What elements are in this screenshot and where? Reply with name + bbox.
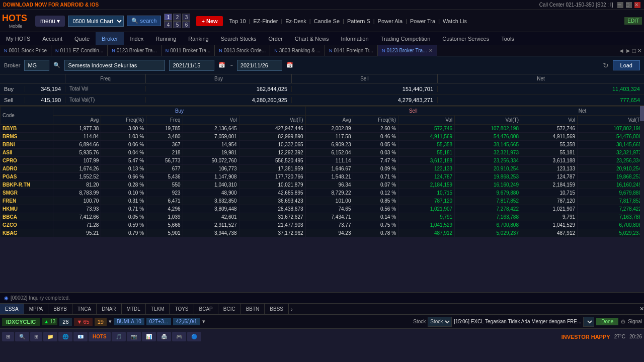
- cell-code[interactable]: GZCO: [1, 221, 53, 229]
- app5-btn[interactable]: 🔵: [187, 332, 201, 341]
- minimize-icon[interactable]: ─: [617, 2, 623, 8]
- nav-my-hots[interactable]: My HOTS: [0, 32, 36, 45]
- file-explorer-btn[interactable]: 📁: [43, 332, 57, 341]
- new-button[interactable]: + New: [196, 16, 222, 26]
- nav-information[interactable]: Information: [335, 32, 375, 45]
- top-link-watchlis[interactable]: Watch Lis: [441, 18, 468, 24]
- app3-btn[interactable]: 🖨️: [157, 332, 171, 341]
- chart-select[interactable]: 0500 Multi Chart: [68, 16, 124, 27]
- broker-code-input[interactable]: [24, 60, 49, 71]
- tab-0123-broker-tra-1[interactable]: N 0123 Broker Tra...: [108, 45, 162, 56]
- ticker-bbtn[interactable]: BBTN: [241, 304, 265, 315]
- tab-num-2[interactable]: 2: [173, 14, 181, 21]
- tab-0011-broker-tra[interactable]: N 0011 Broker Tra...: [162, 45, 215, 56]
- cell-code[interactable]: BBYB: [1, 125, 53, 133]
- search-icon[interactable]: 🔍: [53, 62, 60, 68]
- ticker-bbyb[interactable]: BBYB: [48, 304, 72, 315]
- tab-0001-stock-price[interactable]: N 0001 Stock Price: [0, 45, 51, 56]
- tab-0141-foreign-tr[interactable]: N 0141 Foreign Tr...: [325, 45, 378, 56]
- tab-0111-ez-condition[interactable]: N 0111 EZ Conditin...: [51, 45, 108, 56]
- ticker-bbss[interactable]: BBSS: [265, 304, 289, 315]
- menu-button[interactable]: menu ▾: [35, 16, 65, 27]
- nav-search-stocks[interactable]: Search Stocks: [215, 32, 263, 45]
- email-btn[interactable]: 📧: [73, 332, 88, 341]
- tab-close-all-icon[interactable]: ✕: [637, 47, 642, 54]
- ticker-mtdl[interactable]: MTDL: [122, 304, 146, 315]
- nav-index[interactable]: Index: [124, 32, 149, 45]
- top-link-ezdesk[interactable]: Ez-Desk: [284, 18, 308, 24]
- search-button[interactable]: 🔍 search: [127, 16, 161, 26]
- order-code[interactable]: IDXCYCLIC: [2, 318, 40, 326]
- app4-btn[interactable]: 🎮: [172, 332, 186, 341]
- hots-btn[interactable]: HOTS: [89, 332, 111, 341]
- tab-prev-arrow[interactable]: ◄: [618, 47, 624, 54]
- date-from-input[interactable]: [169, 60, 214, 71]
- search-taskbar-btn[interactable]: 🔍: [15, 332, 29, 341]
- tab-close-icon[interactable]: ✕: [429, 48, 433, 53]
- settings-icon[interactable]: ⚙: [620, 318, 626, 325]
- tab-num-6[interactable]: 6: [182, 21, 190, 28]
- ticker-bcic[interactable]: BCIC: [218, 304, 241, 315]
- tab-num-5[interactable]: 5: [173, 21, 181, 28]
- top-link-top10[interactable]: Top 10: [228, 18, 248, 24]
- ticker-tnca[interactable]: TNCA: [72, 304, 97, 315]
- top-link-candle[interactable]: Candle Se: [312, 18, 341, 24]
- tab-3803-ranking[interactable]: N 3803 Ranking & ...: [270, 45, 325, 56]
- close-icon[interactable]: ✕: [634, 2, 640, 8]
- ticker-bcap[interactable]: BCAP: [194, 304, 218, 315]
- nav-account[interactable]: Account: [36, 32, 68, 45]
- cell-code[interactable]: KBAG: [1, 229, 53, 237]
- cell-code[interactable]: CPRO: [1, 157, 53, 165]
- calendar-from-icon[interactable]: 📅: [218, 62, 225, 68]
- ticker-more-arrow[interactable]: ›: [289, 306, 295, 312]
- ticker-essa[interactable]: ESSA: [0, 304, 24, 315]
- cell-code[interactable]: SMGR: [1, 189, 53, 197]
- cell-code[interactable]: BRMS: [1, 133, 53, 141]
- cell-code[interactable]: PGAS: [1, 173, 53, 181]
- tab-num-4[interactable]: 4: [164, 21, 172, 28]
- ticker-toys[interactable]: TOYS: [170, 304, 194, 315]
- app1-btn[interactable]: 📷: [127, 332, 141, 341]
- nav-running[interactable]: Running: [149, 32, 182, 45]
- nav-customer-svc[interactable]: Customer Services: [436, 32, 495, 45]
- start-button[interactable]: ⊞: [2, 332, 14, 341]
- cell-code[interactable]: ASII: [1, 149, 53, 157]
- load-button[interactable]: Load: [613, 60, 640, 70]
- vertical-scrollbar[interactable]: [640, 106, 644, 292]
- cell-code[interactable]: BBCA: [1, 213, 53, 221]
- cell-code[interactable]: BBNI: [1, 141, 53, 149]
- edit-button[interactable]: EDIT: [624, 17, 642, 25]
- nav-tools[interactable]: Tools: [495, 32, 520, 45]
- tab-num-3[interactable]: 3: [182, 14, 190, 21]
- ticker-tlkm[interactable]: TLKM: [146, 304, 170, 315]
- cell-code[interactable]: HKMU: [1, 205, 53, 213]
- date-to-input[interactable]: [237, 60, 282, 71]
- tab-0013-stock-order[interactable]: N 0013 Stock Orde...: [215, 45, 270, 56]
- cell-code[interactable]: FREN: [1, 197, 53, 205]
- ticker-mppa[interactable]: MPPA: [24, 304, 49, 315]
- top-link-power-ala[interactable]: Power Ala: [376, 18, 405, 24]
- tab-restore-icon[interactable]: □: [632, 47, 636, 54]
- refresh-icon[interactable]: ↻: [603, 61, 609, 69]
- tab-0123-broker-tra-active[interactable]: N 0123 Broker Tra... ✕: [378, 45, 438, 56]
- task-view-btn[interactable]: ⊞: [30, 332, 42, 341]
- mid-dropdown-icon[interactable]: ▾: [202, 318, 205, 325]
- ticker-clear-icon[interactable]: ✕: [639, 306, 644, 312]
- nav-order[interactable]: Order: [263, 32, 289, 45]
- media-btn[interactable]: 🎵: [112, 332, 126, 341]
- top-link-ezfinder[interactable]: EZ-Finder: [252, 18, 279, 24]
- maximize-icon[interactable]: □: [626, 2, 632, 8]
- scrollbar-thumb[interactable]: [640, 106, 644, 121]
- ticker-dnar[interactable]: DNAR: [97, 304, 121, 315]
- broker-name-input[interactable]: [64, 60, 165, 71]
- nav-ranking[interactable]: Ranking: [182, 32, 214, 45]
- app2-btn[interactable]: 📊: [142, 332, 156, 341]
- nav-quote[interactable]: Quote: [68, 32, 96, 45]
- order-dropdown-icon[interactable]: ▾: [109, 318, 112, 325]
- tab-next-arrow[interactable]: ►: [625, 47, 631, 54]
- top-link-power-tra[interactable]: Power Tra: [409, 18, 437, 24]
- calendar-to-icon[interactable]: 📅: [286, 62, 293, 68]
- done-button[interactable]: Done: [596, 318, 618, 325]
- cell-code[interactable]: ADRO: [1, 165, 53, 173]
- edge-btn[interactable]: 🌐: [58, 332, 72, 341]
